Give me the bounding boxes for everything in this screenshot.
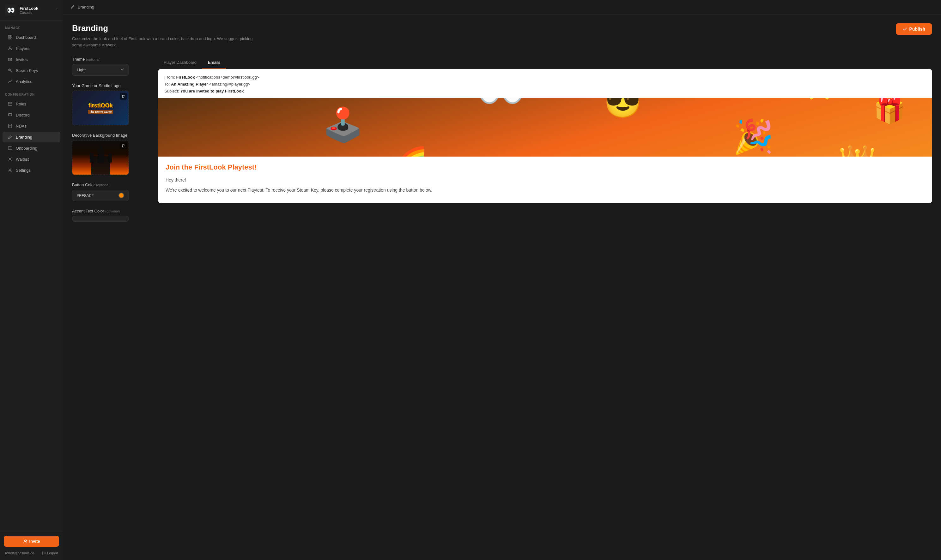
button-color-swatch[interactable] [119, 192, 124, 198]
logout-icon [42, 551, 46, 555]
sidebar-footer: Invite robert@casuals.co Logout [0, 532, 63, 560]
sidebar-item-discord[interactable]: Discord [3, 109, 60, 120]
page-header: Branding Customize the look and feel of … [72, 23, 932, 48]
sidebar-item-label-invites: Invites [16, 57, 28, 62]
svg-point-12 [9, 115, 10, 115]
svg-text:👑: 👑 [838, 143, 876, 157]
svg-rect-29 [108, 153, 112, 163]
sidebar-item-label-discord: Discord [16, 113, 30, 117]
accent-color-input[interactable] [72, 216, 129, 222]
button-color-input[interactable]: #FF8A02 [72, 190, 129, 201]
sidebar-item-branding[interactable]: Branding [3, 132, 60, 142]
email-body: Join the FirstLook Playtest! Hey there! … [158, 157, 932, 203]
sidebar-item-players[interactable]: Players [3, 43, 60, 54]
email-to-name: An Amazing Player [171, 82, 208, 86]
tab-emails[interactable]: Emails [202, 57, 226, 69]
sidebar-item-label-onboarding: Onboarding [16, 146, 37, 151]
invites-icon [8, 57, 12, 62]
sidebar-item-label-ndas: NDAs [16, 124, 26, 128]
logo-subtext: The Demo Game [88, 110, 113, 114]
svg-rect-28 [90, 153, 94, 163]
bg-group: Decorative Background Image [72, 133, 148, 175]
tab-player-dashboard[interactable]: Player Dashboard [158, 57, 202, 69]
sidebar-item-invites[interactable]: Invites [3, 54, 60, 65]
sidebar-item-onboarding[interactable]: Onboarding [3, 143, 60, 154]
svg-rect-32 [158, 98, 932, 157]
waitlist-icon [8, 157, 12, 162]
sidebar-item-label-steam-keys: Steam Keys [16, 68, 38, 73]
email-from: From: FirstLook <notifications+demo@firs… [164, 74, 926, 81]
bg-delete-button[interactable] [120, 142, 127, 149]
branding-icon [8, 134, 12, 140]
top-bar: Branding [63, 0, 941, 14]
bg-label: Decorative Background Image [72, 133, 148, 138]
svg-rect-0 [8, 35, 10, 37]
sidebar: 👀 FirstLook Casuals ⌃ MANAGE Dashboard [0, 0, 63, 560]
user-email: robert@casuals.co [5, 551, 34, 555]
sidebar-item-settings[interactable]: Settings [3, 165, 60, 175]
sidebar-item-analytics[interactable]: Analytics [3, 76, 60, 87]
form-panel: Theme (optional) Light Your Game [72, 57, 148, 229]
bg-trash-icon [121, 144, 125, 148]
preview-panel: Player Dashboard Emails From: FirstLook … [158, 57, 932, 203]
settings-icon [8, 168, 12, 173]
content-area: Branding Customize the look and feel of … [63, 14, 941, 560]
page-title-group: Branding Customize the look and feel of … [72, 23, 262, 48]
preview-tabs: Player Dashboard Emails [158, 57, 932, 69]
app-name: FirstLook [20, 6, 51, 11]
sidebar-item-dashboard[interactable]: Dashboard [3, 32, 60, 43]
svg-rect-1 [11, 35, 12, 37]
button-color-value: #FF8A02 [77, 193, 115, 198]
email-from-name: FirstLook [176, 75, 195, 80]
logo-text: firstlOOk [88, 102, 113, 109]
email-banner: 💎 🕹️ 🏀 🔑 👀 🌈 🔒 😎 ❤️ 🎉 ⭐ 👑 [158, 98, 932, 157]
publish-button[interactable]: Publish [896, 23, 932, 35]
svg-point-4 [9, 47, 11, 48]
email-to: To: An Amazing Player <amazing@player.gg… [164, 81, 926, 88]
steam-keys-icon [8, 68, 12, 73]
sidebar-item-label-settings: Settings [16, 168, 31, 173]
sidebar-item-label-dashboard: Dashboard [16, 35, 36, 40]
logo-label: Your Game or Studio Logo [72, 83, 148, 88]
app-switcher[interactable]: 👀 FirstLook Casuals ⌃ [0, 0, 63, 20]
breadcrumb: Branding [78, 5, 94, 9]
email-body-1: Hey there! [165, 177, 924, 183]
sidebar-nav: MANAGE Dashboard Players [0, 20, 63, 532]
dashboard-icon [8, 35, 12, 40]
config-section-label: CONFIGURATION [0, 87, 63, 98]
discord-icon [8, 112, 12, 117]
sidebar-item-steam-keys[interactable]: Steam Keys [3, 65, 60, 76]
theme-label: Theme (optional) [72, 57, 148, 62]
logo-upload-box[interactable]: firstlOOk The Demo Game [72, 91, 129, 125]
logo-delete-button[interactable] [120, 93, 127, 100]
app-title-group: FirstLook Casuals [20, 6, 51, 14]
app-sub: Casuals [20, 11, 51, 14]
svg-text:👀: 👀 [475, 98, 528, 112]
theme-select[interactable]: Light [72, 64, 129, 76]
svg-point-7 [9, 69, 10, 70]
button-color-label: Button Color (optional) [72, 183, 148, 187]
sidebar-item-ndas[interactable]: NDAs [3, 121, 60, 131]
svg-rect-3 [11, 38, 12, 39]
sidebar-item-label-roles: Roles [16, 102, 26, 106]
roles-icon [8, 102, 12, 106]
svg-text:🌈: 🌈 [392, 145, 428, 157]
sidebar-item-roles[interactable]: Roles [3, 98, 60, 109]
theme-value: Light [77, 68, 86, 72]
checkmark-icon [903, 27, 907, 31]
email-headline: Join the FirstLook Playtest! [165, 163, 924, 172]
onboarding-icon [8, 146, 12, 151]
button-color-group: Button Color (optional) #FF8A02 [72, 183, 148, 201]
email-preview-card: From: FirstLook <notifications+demo@firs… [158, 69, 932, 203]
invite-button[interactable]: Invite [4, 536, 59, 547]
svg-text:🎁: 🎁 [873, 98, 906, 125]
analytics-icon [8, 79, 12, 84]
sidebar-item-label-waitlist: Waitlist [16, 157, 29, 162]
bg-upload-box[interactable] [72, 140, 129, 175]
svg-rect-10 [8, 102, 12, 105]
svg-text:🎉: 🎉 [733, 117, 774, 156]
sidebar-item-waitlist[interactable]: Waitlist [3, 154, 60, 165]
players-icon [8, 46, 12, 51]
logout-button[interactable]: Logout [42, 551, 58, 555]
chevron-down-icon [120, 68, 124, 72]
